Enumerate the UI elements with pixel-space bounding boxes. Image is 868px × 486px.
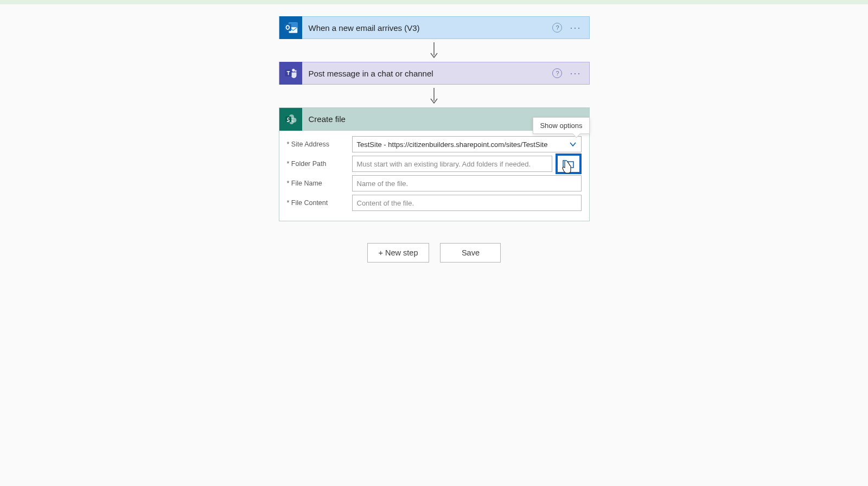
file-name-input[interactable]	[352, 175, 582, 191]
more-menu-icon[interactable]: ···	[570, 68, 581, 78]
svg-rect-2	[284, 24, 291, 31]
folder-picker-button[interactable]	[556, 154, 582, 174]
teams-icon	[279, 62, 302, 85]
chevron-down-icon	[569, 140, 577, 148]
site-address-dropdown[interactable]: TestSite - https://citizenbuilders.share…	[352, 136, 582, 152]
top-banner-strip	[0, 0, 868, 4]
folder-path-row: * Folder Path	[287, 156, 582, 172]
file-name-label: * File Name	[287, 180, 352, 187]
outlook-icon	[279, 16, 302, 39]
show-options-tooltip[interactable]: Show options	[533, 117, 589, 134]
flow-canvas: When a new email arrives (V3) ? ··· Post…	[0, 4, 868, 263]
sharepoint-icon	[279, 108, 302, 131]
site-address-label: * Site Address	[287, 140, 352, 148]
site-address-value: TestSite - https://citizenbuilders.share…	[357, 140, 548, 149]
help-icon[interactable]: ?	[552, 68, 562, 78]
new-step-button[interactable]: + New step	[367, 243, 430, 263]
svg-point-6	[295, 70, 297, 72]
connector-arrow	[429, 87, 439, 105]
teams-action-title: Post message in a chat or channel	[302, 69, 553, 78]
site-address-row: * Site Address TestSite - https://citize…	[287, 136, 582, 152]
help-icon[interactable]: ?	[552, 23, 562, 33]
file-content-row: * File Content	[287, 195, 582, 211]
file-content-label: * File Content	[287, 199, 352, 207]
teams-action-card[interactable]: Post message in a chat or channel ? ···	[279, 62, 590, 85]
connector-arrow	[429, 41, 439, 60]
file-name-row: * File Name	[287, 175, 582, 191]
folder-path-label: * Folder Path	[287, 160, 352, 168]
save-button[interactable]: Save	[440, 243, 501, 263]
file-content-input[interactable]	[352, 195, 582, 211]
folder-path-input[interactable]	[352, 156, 552, 172]
trigger-card[interactable]: When a new email arrives (V3) ? ···	[279, 16, 590, 39]
create-file-card: Show options Create file * Site Address	[279, 107, 590, 221]
footer-actions: + New step Save	[367, 243, 501, 263]
more-menu-icon[interactable]: ···	[570, 23, 581, 33]
svg-point-5	[292, 69, 295, 72]
trigger-title: When a new email arrives (V3)	[302, 23, 553, 33]
